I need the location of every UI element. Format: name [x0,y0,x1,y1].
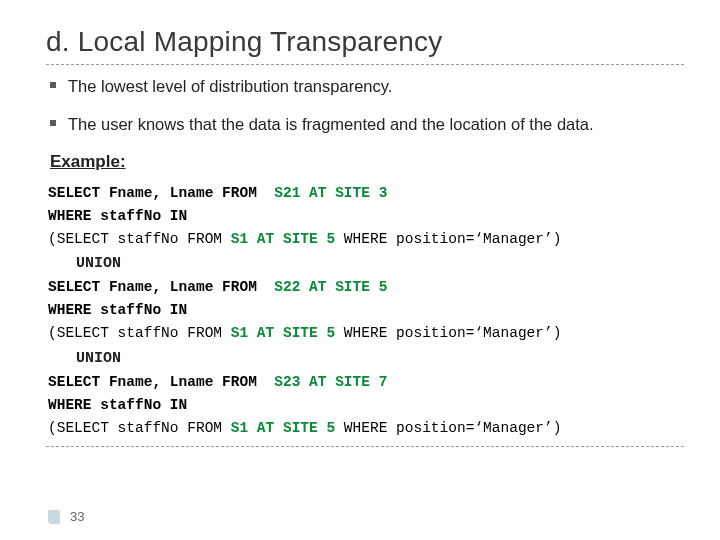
slide: d. Local Mapping Transparency The lowest… [0,0,720,540]
sql-sub-prefix-2: (SELECT staffNo FROM [48,325,231,341]
title-divider [46,64,684,65]
footer-divider [46,446,684,447]
page-title: d. Local Mapping Transparency [46,26,684,58]
sql-where-3: WHERE staffNo IN [48,397,187,413]
union-2: UNION [76,350,684,367]
sql-where-1: WHERE staffNo IN [48,208,187,224]
page-number: 33 [70,509,84,524]
sql-sub-frag-1: S1 AT SITE 5 [231,231,335,247]
sql-sub-suffix-2: WHERE position=‘Manager’) [335,325,561,341]
bullet-item: The lowest level of distribution transpa… [50,75,684,97]
sql-sub-prefix-3: (SELECT staffNo FROM [48,420,231,436]
sql-sub-suffix-1: WHERE position=‘Manager’) [335,231,561,247]
example-heading: Example: [50,152,684,172]
sql-fragment-3: S23 AT SITE 7 [274,374,387,390]
sql-select-3: SELECT Fname, Lname FROM [48,374,274,390]
sql-where-2: WHERE staffNo IN [48,302,187,318]
sql-sub-frag-2: S1 AT SITE 5 [231,325,335,341]
sql-block-2: SELECT Fname, Lname FROM S22 AT SITE 5 W… [48,276,684,346]
bullet-list: The lowest level of distribution transpa… [50,75,684,136]
sql-fragment-1: S21 AT SITE 3 [274,185,387,201]
sql-select-1: SELECT Fname, Lname FROM [48,185,274,201]
sql-block-3: SELECT Fname, Lname FROM S23 AT SITE 7 W… [48,371,684,441]
footer-icon [48,510,60,524]
sql-sub-suffix-3: WHERE position=‘Manager’) [335,420,561,436]
sql-sub-frag-3: S1 AT SITE 5 [231,420,335,436]
bullet-item: The user knows that the data is fragment… [50,113,684,135]
sql-sub-prefix-1: (SELECT staffNo FROM [48,231,231,247]
sql-fragment-2: S22 AT SITE 5 [274,279,387,295]
sql-select-2: SELECT Fname, Lname FROM [48,279,274,295]
footer: 33 [48,509,84,524]
union-1: UNION [76,255,684,272]
sql-block-1: SELECT Fname, Lname FROM S21 AT SITE 3 W… [48,182,684,252]
